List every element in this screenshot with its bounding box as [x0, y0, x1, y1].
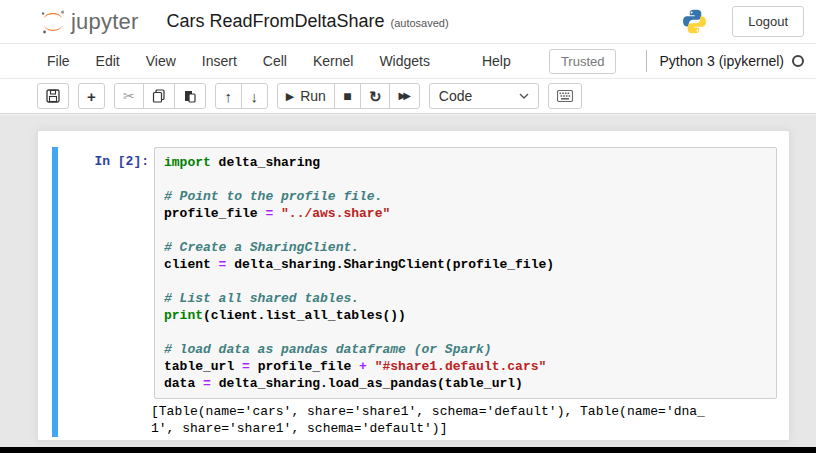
copy-cells-button[interactable]	[143, 83, 175, 109]
menu-item-widgets[interactable]: Widgets	[366, 45, 443, 77]
menu-item-cell[interactable]: Cell	[250, 45, 300, 77]
code-line	[164, 273, 767, 290]
menu-item-insert[interactable]: Insert	[189, 45, 250, 77]
restart-icon: ↻	[369, 89, 382, 104]
menu-item-help[interactable]: Help	[469, 45, 524, 77]
menu-item-file[interactable]: File	[34, 45, 83, 77]
code-line: # List all shared tables.	[164, 290, 767, 307]
run-label: Run	[300, 88, 326, 104]
cell-output-area: [Table(name='cars', share='share1', sche…	[58, 403, 777, 437]
move-cell-down-button[interactable]: ↓	[241, 83, 268, 109]
toolbar: + ✂ ↑ ↓	[0, 79, 816, 114]
menubar: FileEditViewInsertCellKernelWidgetsHelp …	[0, 44, 816, 79]
logout-button[interactable]: Logout	[732, 6, 804, 37]
interrupt-kernel-button[interactable]: ■	[334, 83, 361, 109]
menubar-divider	[646, 50, 647, 72]
restart-run-all-button[interactable]: ▶▶	[389, 83, 419, 109]
code-line: # load data as pandas dataframe (or Spar…	[164, 341, 767, 358]
jupyter-logo[interactable]: jupyter	[40, 9, 138, 35]
play-icon: ▶	[286, 91, 294, 102]
add-cell-below-button[interactable]: +	[78, 83, 105, 109]
kernel-name[interactable]: Python 3 (ipykernel)	[659, 53, 784, 69]
code-line: # Create a SharingClient.	[164, 239, 767, 256]
keyboard-icon	[557, 90, 573, 102]
paste-icon	[183, 89, 197, 103]
code-line: data = delta_sharing.load_as_pandas(tabl…	[164, 375, 767, 392]
menu-item-view[interactable]: View	[133, 45, 189, 77]
code-line	[164, 222, 767, 239]
jupyter-logo-text: jupyter	[71, 9, 138, 35]
code-line: print(client.list_all_tables())	[164, 307, 767, 324]
chevron-down-icon	[519, 93, 529, 99]
code-line: # Point to the profile file.	[164, 188, 767, 205]
notebook-container: In [2]: import delta_sharing # Point to …	[37, 130, 790, 441]
cell-type-dropdown[interactable]: Code	[429, 83, 539, 109]
header: jupyter Cars ReadFromDeltaShare (autosav…	[0, 0, 816, 44]
autosave-status: (autosaved)	[391, 17, 449, 29]
code-line: client = delta_sharing.SharingClient(pro…	[164, 256, 767, 273]
jupyter-notebook-app: { "header": { "logo_text": "jupyter", "n…	[0, 0, 816, 456]
run-button[interactable]: ▶ Run	[277, 83, 335, 109]
save-icon	[46, 89, 60, 103]
code-line: table_url = profile_file + "#share1.defa…	[164, 358, 767, 375]
jupyter-logo-icon	[40, 9, 66, 35]
save-button[interactable]	[37, 83, 69, 109]
code-line	[164, 171, 767, 188]
kernel-idle-indicator-icon	[792, 55, 804, 67]
fast-forward-icon: ▶▶	[398, 91, 410, 101]
scissors-icon: ✂	[123, 89, 135, 103]
paste-cells-button[interactable]	[174, 83, 206, 109]
command-palette-button[interactable]	[548, 83, 582, 109]
trusted-badge[interactable]: Trusted	[549, 49, 617, 74]
arrow-down-icon: ↓	[250, 89, 258, 104]
input-prompt: In [2]:	[58, 147, 154, 169]
menu-item-edit[interactable]: Edit	[83, 45, 133, 77]
code-line: import delta_sharing	[164, 154, 767, 171]
code-line	[164, 324, 767, 341]
code-line: profile_file = "../aws.share"	[164, 205, 767, 222]
copy-icon	[152, 89, 166, 103]
cell-input-row: In [2]: import delta_sharing # Point to …	[58, 147, 777, 399]
output-text: [Table(name='cars', share='share1', sche…	[151, 403, 705, 437]
code-editor[interactable]: import delta_sharing # Point to the prof…	[154, 147, 777, 399]
arrow-up-icon: ↑	[224, 89, 232, 104]
output-prompt	[58, 403, 151, 410]
stop-icon: ■	[343, 89, 351, 103]
title-area: Cars ReadFromDeltaShare (autosaved)	[166, 11, 448, 32]
output-line: [Table(name='cars', share='share1', sche…	[151, 403, 705, 420]
cell-type-value: Code	[439, 88, 472, 104]
output-line: 1', share='share1', schema='default')]	[151, 420, 705, 437]
python-logo-icon	[681, 8, 708, 35]
notebook-area: In [2]: import delta_sharing # Point to …	[0, 115, 816, 447]
code-cell-selected[interactable]: In [2]: import delta_sharing # Point to …	[52, 147, 777, 437]
cut-cells-button[interactable]: ✂	[114, 83, 144, 109]
plus-icon: +	[87, 89, 96, 104]
move-cell-up-button[interactable]: ↑	[215, 83, 242, 109]
restart-kernel-button[interactable]: ↻	[360, 83, 391, 109]
window-bottom-edge	[0, 447, 816, 453]
notebook-title[interactable]: Cars ReadFromDeltaShare	[166, 11, 384, 32]
menu-item-kernel[interactable]: Kernel	[300, 45, 366, 77]
